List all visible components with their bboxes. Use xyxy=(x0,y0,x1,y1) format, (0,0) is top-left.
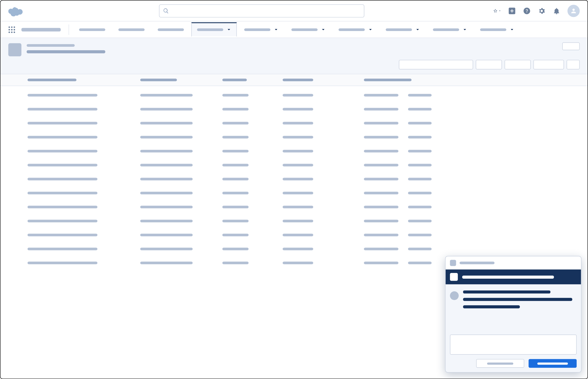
cell xyxy=(283,220,326,222)
cell xyxy=(28,122,97,124)
cell xyxy=(364,150,431,152)
cell xyxy=(140,206,193,208)
cell xyxy=(283,94,326,96)
nav-tab-6[interactable] xyxy=(333,22,378,37)
nav-tab-7[interactable] xyxy=(380,22,425,37)
cell xyxy=(28,192,97,194)
cell xyxy=(222,262,257,264)
cell xyxy=(140,192,193,194)
page-action-button-2[interactable] xyxy=(505,60,531,69)
cell xyxy=(222,122,257,124)
cell xyxy=(222,248,257,250)
list-body xyxy=(0,86,588,264)
cell xyxy=(364,178,431,180)
nav-tab-label xyxy=(158,28,184,31)
panel-secondary-button[interactable] xyxy=(476,359,524,368)
table-row[interactable] xyxy=(28,108,588,110)
nav-tab-9[interactable] xyxy=(475,22,520,37)
cell xyxy=(140,220,193,222)
help-icon[interactable] xyxy=(523,7,531,15)
table-row[interactable] xyxy=(28,122,588,124)
page-header-corner-button[interactable] xyxy=(562,42,580,50)
app-launcher-icon[interactable] xyxy=(8,25,16,34)
cell xyxy=(28,164,97,166)
cell xyxy=(140,234,193,236)
nav-tab-label xyxy=(480,28,506,31)
cell xyxy=(222,206,257,208)
column-header-4[interactable] xyxy=(364,79,431,81)
cell xyxy=(222,150,257,152)
table-row[interactable] xyxy=(28,94,588,96)
cell xyxy=(283,192,326,194)
list-column-headers xyxy=(0,74,588,86)
table-row[interactable] xyxy=(28,192,588,194)
panel-primary-button-label xyxy=(537,362,568,365)
page-action-button-4[interactable] xyxy=(567,60,580,69)
nav-tab-5[interactable] xyxy=(286,22,331,37)
table-row[interactable] xyxy=(28,136,588,138)
column-header-1[interactable] xyxy=(140,79,193,81)
nav-tab-label xyxy=(197,28,223,31)
cell xyxy=(222,178,257,180)
app-nav-bar xyxy=(0,21,588,38)
cell xyxy=(364,262,431,264)
cell xyxy=(140,94,193,96)
cell xyxy=(283,248,326,250)
panel-secondary-button-label xyxy=(487,362,513,365)
cell xyxy=(364,136,431,138)
cell xyxy=(28,108,97,110)
panel-header[interactable] xyxy=(446,256,581,269)
column-header-3[interactable] xyxy=(283,79,326,81)
add-icon[interactable] xyxy=(508,7,516,15)
cell xyxy=(283,108,326,110)
panel-text-input[interactable] xyxy=(450,334,577,355)
page-action-button-3[interactable] xyxy=(534,60,564,69)
cell xyxy=(364,94,431,96)
table-row[interactable] xyxy=(28,234,588,236)
table-row[interactable] xyxy=(28,248,588,250)
chevron-down-icon xyxy=(227,28,231,32)
global-search-input[interactable] xyxy=(159,4,364,17)
panel-header-icon xyxy=(450,260,456,266)
page-action-button-0[interactable] xyxy=(399,60,473,69)
page-header xyxy=(0,38,588,74)
nav-tab-0[interactable] xyxy=(73,22,111,37)
column-header-2[interactable] xyxy=(222,79,257,81)
cell xyxy=(28,220,97,222)
table-row[interactable] xyxy=(28,178,588,180)
cell xyxy=(28,150,97,152)
chat-message xyxy=(450,290,577,309)
nav-tab-label xyxy=(338,28,365,31)
chevron-down-icon xyxy=(462,28,467,32)
cell xyxy=(140,178,193,180)
panel-primary-button[interactable] xyxy=(529,359,577,368)
cell xyxy=(283,136,326,138)
favorites-icon[interactable] xyxy=(493,7,501,15)
panel-subject-band[interactable] xyxy=(446,269,581,284)
nav-tab-8[interactable] xyxy=(427,22,473,37)
nav-tab-1[interactable] xyxy=(113,22,150,37)
cell xyxy=(222,94,257,96)
page-action-button-1[interactable] xyxy=(476,60,502,69)
global-header xyxy=(0,0,588,21)
chevron-down-icon xyxy=(368,28,373,32)
nav-tab-label xyxy=(291,28,318,31)
nav-tab-3[interactable] xyxy=(191,22,237,37)
cell xyxy=(140,136,193,138)
setup-gear-icon[interactable] xyxy=(538,7,546,15)
nav-tab-label xyxy=(244,28,270,31)
table-row[interactable] xyxy=(28,206,588,208)
table-row[interactable] xyxy=(28,164,588,166)
page-eyebrow xyxy=(27,44,75,47)
user-avatar[interactable] xyxy=(568,5,580,17)
cell xyxy=(28,234,97,236)
nav-tab-4[interactable] xyxy=(238,22,284,37)
table-row[interactable] xyxy=(28,220,588,222)
nav-separator xyxy=(69,24,69,35)
column-header-0[interactable] xyxy=(28,79,97,81)
cell xyxy=(364,164,431,166)
chevron-down-icon xyxy=(498,8,501,13)
nav-tab-2[interactable] xyxy=(152,22,190,37)
table-row[interactable] xyxy=(28,150,588,152)
notifications-bell-icon[interactable] xyxy=(553,7,560,15)
